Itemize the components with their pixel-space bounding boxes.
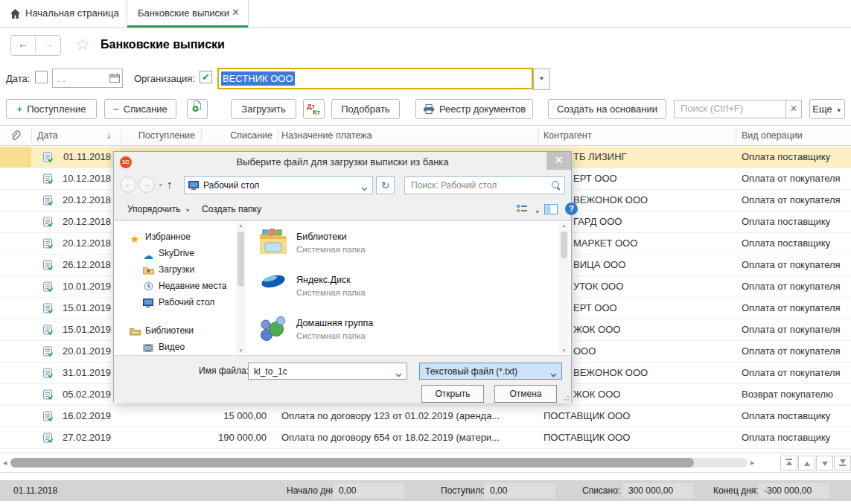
row-contractor-cell: ПОСТАВЩИК ООО (538, 406, 734, 427)
sidebar-scrollbar[interactable]: ▲ ▼ (236, 223, 246, 354)
calendar-icon[interactable] (109, 73, 120, 85)
row-purpose-cell: Оплата по договору 123 от 01.02.2019 (ар… (278, 406, 537, 427)
scroll-up-icon[interactable]: ▲ (236, 223, 246, 228)
row-date-cell: 05.02.2019 (31, 384, 121, 405)
document-registry-button[interactable]: Реестр документов (415, 99, 533, 119)
filename-chevron-icon[interactable] (395, 369, 402, 380)
sidebar-item[interactable]: ☁SkyDrive (114, 245, 248, 261)
sidebar-item[interactable]: ★Избранное (114, 229, 248, 245)
header-operation[interactable]: Вид операции (742, 126, 803, 145)
header-contractor[interactable]: Контрагент (544, 126, 592, 145)
sidebar-item[interactable]: Недавние места (114, 278, 248, 294)
back-arrow-icon[interactable]: ← (11, 36, 36, 54)
history-dropdown-icon[interactable]: ▼ (158, 182, 163, 188)
pick-button[interactable]: Подобрать (331, 99, 400, 119)
dialog-forward-icon[interactable]: → (138, 176, 155, 193)
file-list-item[interactable]: Яндекс.ДискСистемная папка (250, 270, 558, 313)
address-location: Рабочий стол (203, 180, 259, 191)
dt-kt-posting-button[interactable]: ДтКт (303, 99, 325, 119)
tab-bank-statements[interactable]: Банковские выписки ✕ (127, 0, 249, 28)
scroll-left-icon[interactable]: ◂ (3, 458, 7, 468)
row-down-button[interactable] (816, 456, 833, 470)
sort-descending-icon[interactable]: ↓ (106, 126, 111, 145)
header-purpose[interactable]: Назначение платежа (281, 126, 372, 145)
favorite-star-icon[interactable]: ☆ (75, 35, 90, 54)
scroll-thumb[interactable] (238, 232, 244, 287)
view-mode-button[interactable]: ▼ (516, 204, 540, 216)
posted-document-icon (42, 238, 54, 249)
org-filter-field[interactable]: ВЕСТНИК ООО (217, 68, 533, 89)
dialog-search-input[interactable] (409, 179, 546, 191)
address-chevron-icon[interactable] (361, 183, 368, 194)
preview-pane-icon[interactable] (544, 204, 558, 217)
file-list-item[interactable]: Домашняя группаСистемная папка (250, 313, 558, 355)
search-clear-icon[interactable]: ✕ (785, 100, 802, 118)
receipt-button[interactable]: +Поступление (6, 99, 97, 119)
row-contractor-cell: ПОСТАВЩИК ООО (538, 427, 734, 448)
attachment-cell (0, 384, 31, 405)
address-bar[interactable]: Рабочий стол (184, 176, 373, 194)
horizontal-scroll-band: ◂ ▸ (0, 453, 851, 473)
go-last-row-button[interactable] (834, 456, 851, 470)
org-filter-checkbox[interactable]: ✔ (200, 71, 212, 83)
scroll-down-icon[interactable]: ▼ (559, 348, 569, 353)
sidebar-item[interactable]: Рабочий стол (114, 294, 248, 310)
horizontal-scrollbar[interactable] (10, 458, 748, 468)
row-date-cell: 27.02.2019 (31, 427, 121, 448)
chevron-down-icon: ▼ (535, 209, 540, 214)
filetype-combo[interactable]: Текстовый файл (*.txt) (419, 363, 562, 380)
file-name: Библиотеки (296, 232, 347, 242)
row-operation-cell: Оплата от покупателя (736, 341, 849, 362)
dialog-back-icon[interactable]: ← (120, 176, 136, 193)
sidebar-item[interactable]: Видео (114, 339, 248, 355)
load-button[interactable]: Загрузить (231, 99, 296, 119)
sidebar-item-label: Загрузки (159, 261, 194, 278)
help-icon[interactable]: ? (565, 202, 578, 215)
filename-input[interactable] (252, 366, 389, 377)
file-list-item[interactable]: БиблиотекиСистемная папка (250, 227, 558, 270)
horizontal-scroll-thumb[interactable] (10, 458, 694, 468)
tab-active-label: Банковские выписки (138, 7, 229, 19)
up-level-icon[interactable]: ↑ (167, 179, 173, 190)
org-dropdown-button[interactable]: ▼ (533, 68, 550, 90)
tab-home-page[interactable]: Начальная страница (0, 0, 127, 28)
table-row[interactable]: 27.02.2019190 000,00Оплата по договору 6… (0, 427, 851, 449)
table-row[interactable]: 16.02.201915 000,00Оплата по договору 12… (0, 406, 851, 427)
desktop-icon (142, 296, 154, 313)
file-list-scrollbar[interactable]: ▲ ▼ (559, 223, 569, 354)
date-input[interactable] (56, 71, 108, 86)
row-operation-cell: Оплата от покупателя (736, 298, 849, 319)
cancel-button[interactable]: Отмена (494, 385, 557, 403)
header-date[interactable]: Дата (37, 126, 58, 145)
go-first-row-button[interactable] (780, 456, 797, 470)
new-folder-button[interactable]: Создать папку (202, 204, 261, 214)
sidebar-item-label: Видео (159, 339, 185, 355)
row-up-button[interactable] (798, 456, 815, 470)
create-based-on-button[interactable]: Создать на основании (548, 99, 666, 119)
new-document-button[interactable] (187, 99, 208, 119)
video-icon (142, 341, 154, 355)
organize-menu[interactable]: Упорядочить▼ (127, 204, 190, 214)
table-search-input[interactable] (679, 102, 785, 115)
org-selected-value: ВЕСТНИК ООО (221, 71, 295, 86)
dialog-title-bar[interactable]: 1С Выберите файл для загрузки выписки из… (114, 152, 571, 173)
open-button[interactable]: Открыть (421, 385, 484, 403)
filetype-chevron-icon (550, 369, 557, 380)
dialog-close-icon[interactable]: ✕ (546, 152, 571, 170)
resize-grip[interactable] (563, 395, 569, 401)
scroll-down-icon[interactable]: ▼ (236, 348, 246, 353)
more-button[interactable]: Еще▼ (809, 99, 845, 119)
row-date-cell: 01.11.2018 (31, 147, 121, 168)
scroll-right-icon[interactable]: ▸ (750, 458, 755, 468)
date-filter-checkbox[interactable] (35, 71, 48, 83)
header-receipt[interactable]: Поступление (121, 126, 195, 145)
forward-arrow-icon[interactable]: → (36, 36, 60, 54)
sidebar-item[interactable]: Библиотеки (114, 322, 248, 339)
writeoff-button[interactable]: −Списание (104, 99, 176, 119)
header-writeoff[interactable]: Списание (201, 126, 272, 145)
scroll-up-icon[interactable]: ▲ (559, 223, 569, 228)
scroll-thumb[interactable] (561, 232, 567, 258)
sidebar-item[interactable]: Загрузки (114, 261, 248, 278)
refresh-icon[interactable]: ↻ (376, 176, 395, 194)
tab-close-icon[interactable]: ✕ (232, 7, 240, 18)
